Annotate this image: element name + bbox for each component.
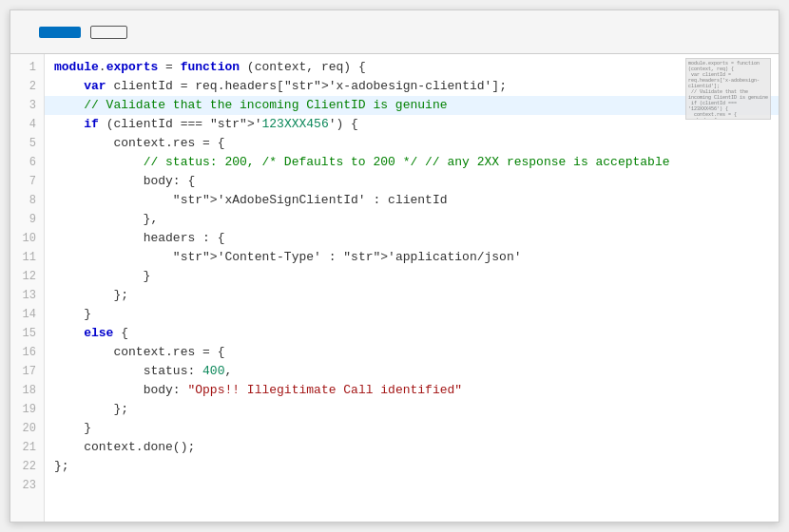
line-number: 15: [10, 324, 44, 343]
line-number: 5: [10, 134, 44, 153]
line-number: 4: [10, 115, 44, 134]
line-number: 10: [10, 229, 44, 248]
code-line: body: "Opps!! Illegitimate Call identifi…: [45, 381, 779, 400]
code-content[interactable]: module.exports = function (context, req)…: [45, 54, 779, 522]
code-line: status: 400,: [45, 362, 779, 381]
line-number: 23: [10, 476, 44, 495]
code-line: "str">'xAdobeSignClientId' : clientId: [45, 191, 779, 210]
code-line: };: [45, 457, 779, 476]
code-line: context.res = {: [45, 134, 779, 153]
code-line: },: [45, 210, 779, 229]
line-number: 12: [10, 267, 44, 286]
line-number: 22: [10, 457, 44, 476]
line-number: 3: [10, 96, 44, 115]
minimap: module.exports = function (context, req)…: [685, 58, 771, 120]
code-line: }: [45, 267, 779, 286]
code-line: module.exports = function (context, req)…: [45, 58, 779, 77]
code-line: "str">'Content-Type' : "str">'applicatio…: [45, 248, 779, 267]
code-line: context.res = {: [45, 343, 779, 362]
code-line: else {: [45, 324, 779, 343]
line-number: 19: [10, 400, 44, 419]
code-line: };: [45, 286, 779, 305]
code-line: // status: 200, /* Defaults to 200 */ //…: [45, 153, 779, 172]
save-run-button[interactable]: [90, 26, 127, 39]
line-number: 7: [10, 172, 44, 191]
line-number: 8: [10, 191, 44, 210]
code-line: }: [45, 419, 779, 438]
get-url-button[interactable]: [137, 27, 156, 38]
code-line: }: [45, 305, 779, 324]
code-line: body: {: [45, 172, 779, 191]
main-window: 1234567891011121314151617181920212223 mo…: [10, 10, 779, 522]
line-number: 2: [10, 77, 44, 96]
code-line: context.done();: [45, 438, 779, 457]
line-number: 17: [10, 362, 44, 381]
line-number: 6: [10, 153, 44, 172]
line-number: 1: [10, 58, 44, 77]
toolbar: [10, 10, 779, 54]
line-number: 13: [10, 286, 44, 305]
line-number: 14: [10, 305, 44, 324]
code-line: headers : {: [45, 229, 779, 248]
code-line: // Validate that the incoming ClientID i…: [45, 96, 779, 115]
line-number: 20: [10, 419, 44, 438]
line-number: 11: [10, 248, 44, 267]
code-line: if (clientId === "str">'123XXX456') {: [45, 115, 779, 134]
line-number: 18: [10, 381, 44, 400]
code-line: };: [45, 400, 779, 419]
code-editor: 1234567891011121314151617181920212223 mo…: [10, 54, 779, 522]
save-button[interactable]: [39, 27, 81, 38]
line-number: 16: [10, 343, 44, 362]
line-number: 21: [10, 438, 44, 457]
code-line: var clientId = req.headers["str">'x-adob…: [45, 77, 779, 96]
line-numbers: 1234567891011121314151617181920212223: [10, 54, 45, 522]
line-number: 9: [10, 210, 44, 229]
